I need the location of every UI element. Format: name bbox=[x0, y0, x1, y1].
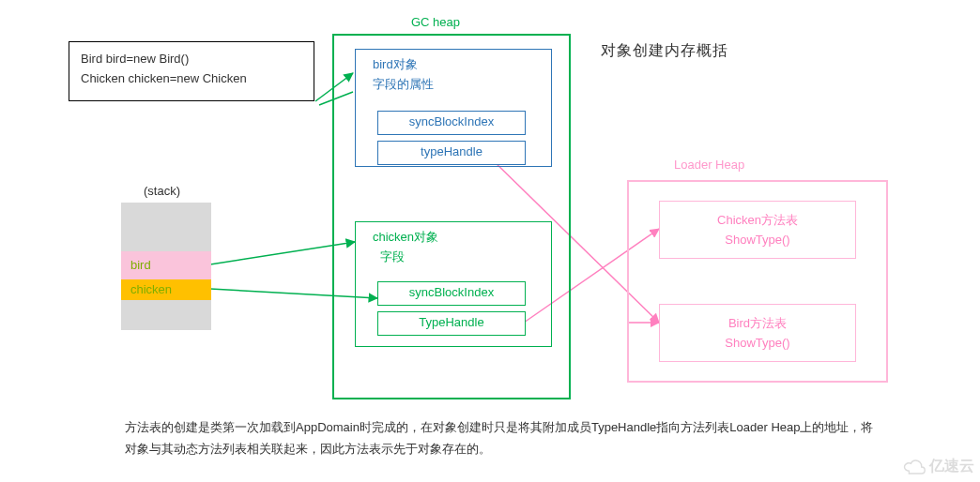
bird-method-table: Bird方法表 ShowType() bbox=[659, 304, 856, 362]
diagram-title: 对象创建内存概括 bbox=[601, 41, 728, 61]
loader-heap-label: Loader Heap bbox=[674, 158, 744, 172]
bird-mt-method: ShowType() bbox=[660, 334, 855, 354]
code-line-1: Bird bird=new Bird() bbox=[81, 50, 302, 69]
chicken-object-title: chicken对象 bbox=[373, 228, 542, 248]
chicken-typehandle: TypeHandle bbox=[377, 311, 526, 336]
watermark-text: 亿速云 bbox=[929, 457, 974, 476]
stack-empty-bottom bbox=[121, 300, 211, 330]
cloud-icon bbox=[901, 458, 927, 476]
bird-object-sub: 字段的属性 bbox=[373, 75, 542, 95]
gc-heap-label: GC heap bbox=[411, 15, 460, 29]
footer-explanation: 方法表的创建是类第一次加载到AppDomain时完成的，在对象创建时只是将其附加… bbox=[125, 416, 876, 460]
stack-slot-bird: bird bbox=[121, 251, 211, 279]
chicken-object-sub: 字段 bbox=[373, 248, 542, 267]
bird-syncblockindex: syncBlockIndex bbox=[377, 111, 526, 135]
code-declaration-box: Bird bird=new Bird() Chicken chicken=new… bbox=[69, 41, 314, 101]
bird-object-title: bird对象 bbox=[373, 55, 542, 75]
stack-box: bird chicken bbox=[121, 203, 211, 330]
stack-label: (stack) bbox=[144, 184, 180, 198]
chicken-mt-method: ShowType() bbox=[660, 231, 855, 250]
bird-typehandle: typeHandle bbox=[377, 141, 526, 165]
stack-slot-chicken: chicken bbox=[121, 279, 211, 300]
stack-empty-top bbox=[121, 203, 211, 251]
chicken-syncblockindex: syncBlockIndex bbox=[377, 281, 526, 306]
chicken-method-table: Chicken方法表 ShowType() bbox=[659, 201, 856, 259]
watermark: 亿速云 bbox=[901, 457, 974, 476]
chicken-mt-title: Chicken方法表 bbox=[660, 211, 855, 231]
code-line-2: Chicken chicken=new Chicken bbox=[81, 69, 302, 89]
bird-mt-title: Bird方法表 bbox=[660, 314, 855, 334]
